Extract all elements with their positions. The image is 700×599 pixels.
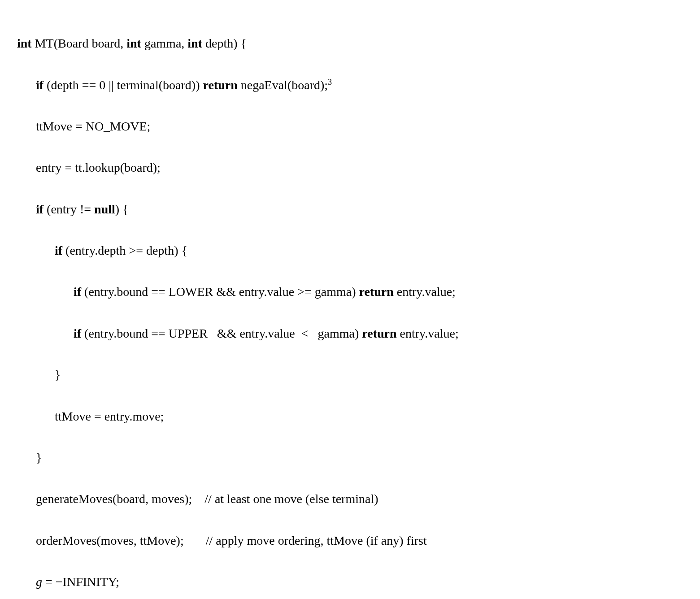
algorithm-listing: int MT(Board board, int gamma, int depth… — [17, 13, 683, 599]
code-line: if (entry.depth >= depth) { — [17, 240, 683, 261]
keyword-int: int — [17, 36, 32, 50]
code-line: ttMove = NO_MOVE; — [17, 116, 683, 137]
keyword-return: return — [362, 326, 396, 340]
keyword-int: int — [126, 36, 141, 50]
keyword-if: if — [74, 326, 81, 340]
code-line: if (entry.bound == LOWER && entry.value … — [17, 282, 683, 302]
code-line: ttMove = entry.move; — [17, 406, 683, 427]
keyword-if: if — [36, 78, 43, 92]
code-line: generateMoves(board, moves); // at least… — [17, 489, 683, 509]
footnote-ref: 3 — [328, 77, 332, 86]
code-line: if (entry != null) { — [17, 199, 683, 220]
code-line: if (entry.bound == UPPER && entry.value … — [17, 323, 683, 344]
variable-g: g — [36, 575, 42, 589]
keyword-if: if — [55, 243, 62, 257]
keyword-return: return — [359, 285, 394, 299]
code-line: if (depth == 0 || terminal(board)) retur… — [17, 75, 683, 95]
keyword-if: if — [74, 285, 81, 299]
keyword-null: null — [94, 202, 115, 216]
keyword-return: return — [203, 78, 237, 92]
keyword-if: if — [36, 202, 43, 216]
code-line: orderMoves(moves, ttMove); // apply move… — [17, 530, 683, 551]
code-line: entry = tt.lookup(board); — [17, 157, 683, 178]
code-line: } — [17, 447, 683, 468]
keyword-int: int — [187, 36, 202, 50]
code-line: } — [17, 365, 683, 385]
code-line: g = −INFINITY; — [17, 572, 683, 592]
code-line: int MT(Board board, int gamma, int depth… — [17, 33, 683, 54]
